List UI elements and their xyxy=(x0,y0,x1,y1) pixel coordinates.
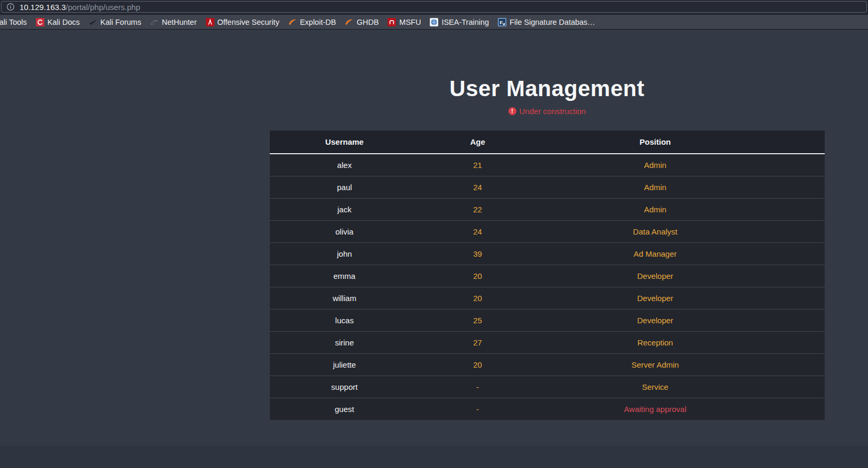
username-cell: alex xyxy=(270,154,420,176)
spacer-cell xyxy=(775,309,825,331)
bookmark-kali-tools[interactable]: Kali Tools xyxy=(0,18,27,26)
table-row: guest - Awaiting approval xyxy=(270,398,825,420)
header-position: Position xyxy=(536,130,775,154)
site-info-icon[interactable] xyxy=(6,3,15,11)
spacer-cell xyxy=(775,265,825,287)
position-cell: Admin xyxy=(536,154,775,176)
bookmark-kali-forums[interactable]: Kali Forums xyxy=(89,18,141,26)
age-cell: 24 xyxy=(419,176,536,198)
position-cell: Admin xyxy=(536,198,775,220)
bookmark-ghdb[interactable]: GHDB xyxy=(345,18,379,26)
age-cell: - xyxy=(419,376,536,398)
bookmark-file-signature-database[interactable]: F File Signature Databas… xyxy=(498,18,595,26)
age-cell: 24 xyxy=(419,220,536,242)
table-row: jack 22 Admin xyxy=(270,198,825,220)
table-body: alex 21 Admin paul 24 Admin jack 22 Admi… xyxy=(270,154,825,420)
table-row: paul 24 Admin xyxy=(270,176,825,198)
under-construction-status: ! Under construction xyxy=(0,107,868,116)
spacer-cell xyxy=(775,398,825,420)
users-table: Username Age Position alex 21 Admin paul… xyxy=(270,130,825,420)
bookmark-msfu[interactable]: MSFU xyxy=(388,18,421,26)
bookmark-kali-docs[interactable]: Kali Docs xyxy=(36,18,80,26)
file-signature-database-icon: F xyxy=(498,18,506,26)
username-cell: william xyxy=(270,287,420,309)
bookmark-nethunter[interactable]: NetHunter xyxy=(150,18,196,26)
age-cell: 25 xyxy=(419,309,536,331)
bookmark-isea-training[interactable]: ISEA-Training xyxy=(430,18,489,26)
username-cell: sirine xyxy=(270,331,420,353)
position-cell: Reception xyxy=(536,331,775,353)
position-cell: Developer xyxy=(536,287,775,309)
age-cell: 22 xyxy=(419,198,536,220)
url-path: /portal/php/users.php xyxy=(66,3,140,12)
table-row: support - Service xyxy=(270,376,825,398)
table-row: lucas 25 Developer xyxy=(270,309,825,331)
username-cell: jack xyxy=(270,198,420,220)
position-cell: Developer xyxy=(536,265,775,287)
spacer-cell xyxy=(775,376,825,398)
table-row: alex 21 Admin xyxy=(270,154,825,176)
status-text: Under construction xyxy=(520,107,586,116)
page-title: User Management xyxy=(0,76,868,101)
age-cell: 20 xyxy=(419,287,536,309)
username-cell: emma xyxy=(270,265,420,287)
table-header-row: Username Age Position xyxy=(270,130,825,154)
url-host: 10.129.163.3 xyxy=(20,3,66,12)
age-cell: 27 xyxy=(419,331,536,353)
ghdb-icon xyxy=(345,18,353,26)
bookmark-exploit-db[interactable]: Exploit-DB xyxy=(288,18,336,26)
header-spacer xyxy=(775,130,825,154)
spacer-cell xyxy=(775,287,825,309)
offensive-security-icon xyxy=(206,18,214,26)
position-cell: Ad Manager xyxy=(536,242,775,265)
table-row: john 39 Ad Manager xyxy=(270,242,825,265)
bookmarks-list: Kali Tools Kali Docs Kali Forums NetHunt… xyxy=(0,18,595,26)
header-age: Age xyxy=(419,130,536,154)
kali-forums-icon xyxy=(89,18,97,26)
svg-text:F: F xyxy=(500,19,503,25)
table-row: emma 20 Developer xyxy=(270,265,825,287)
exclamation-circle-icon: ! xyxy=(508,107,516,115)
table-row: olivia 24 Data Analyst xyxy=(270,220,825,242)
username-cell: olivia xyxy=(270,220,420,242)
position-cell: Data Analyst xyxy=(536,220,775,242)
age-cell: - xyxy=(419,398,536,420)
msfu-icon xyxy=(388,18,396,26)
position-cell: Server Admin xyxy=(536,353,775,376)
age-cell: 20 xyxy=(419,353,536,376)
age-cell: 39 xyxy=(419,242,536,265)
age-cell: 21 xyxy=(419,154,536,176)
exploit-db-icon xyxy=(288,18,297,26)
username-cell: lucas xyxy=(270,309,420,331)
spacer-cell xyxy=(775,353,825,376)
spacer-cell xyxy=(775,176,825,198)
age-cell: 20 xyxy=(419,265,536,287)
position-cell: Admin xyxy=(536,176,775,198)
username-cell: paul xyxy=(270,176,420,198)
url-bar-input[interactable]: 10.129.163.3/portal/php/users.php xyxy=(1,1,867,13)
table-row: sirine 27 Reception xyxy=(270,331,825,353)
username-cell: juliette xyxy=(270,353,420,376)
isea-training-icon xyxy=(430,18,438,26)
header-username: Username xyxy=(270,130,420,154)
position-cell: Awaiting approval xyxy=(536,398,775,420)
bookmark-offensive-security[interactable]: Offensive Security xyxy=(206,18,279,26)
kali-docs-icon xyxy=(36,18,44,26)
username-cell: support xyxy=(270,376,420,398)
url-toolbar: 10.129.163.3/portal/php/users.php xyxy=(0,0,868,15)
web-page: User Management ! Under construction Use… xyxy=(0,30,868,446)
bookmarks-toolbar: Kali Tools Kali Docs Kali Forums NetHunt… xyxy=(0,15,868,30)
browser-window: 10.129.163.3/portal/php/users.php Kali T… xyxy=(0,0,868,468)
spacer-cell xyxy=(775,242,825,265)
spacer-cell xyxy=(775,154,825,176)
position-cell: Service xyxy=(536,376,775,398)
spacer-cell xyxy=(775,331,825,353)
position-cell: Developer xyxy=(536,309,775,331)
table-row: william 20 Developer xyxy=(270,287,825,309)
url-text: 10.129.163.3/portal/php/users.php xyxy=(20,3,140,12)
username-cell: guest xyxy=(270,398,420,420)
table-row: juliette 20 Server Admin xyxy=(270,353,825,376)
spacer-cell xyxy=(775,198,825,220)
nethunter-icon xyxy=(150,18,158,26)
username-cell: john xyxy=(270,242,420,265)
